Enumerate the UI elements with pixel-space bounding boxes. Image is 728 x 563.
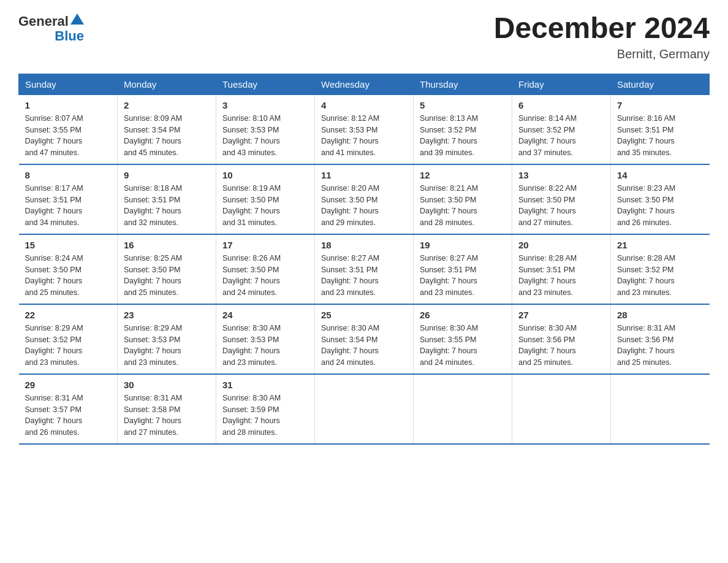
calendar-cell: 8 Sunrise: 8:17 AMSunset: 3:51 PMDayligh…	[19, 164, 118, 234]
day-number: 14	[617, 170, 703, 180]
svg-marker-0	[70, 13, 84, 25]
day-info: Sunrise: 8:28 AMSunset: 3:52 PMDaylight:…	[617, 253, 703, 299]
calendar-cell	[512, 374, 611, 444]
day-header-thursday: Thursday	[414, 74, 512, 94]
day-number: 3	[222, 100, 308, 110]
day-header-friday: Friday	[512, 74, 611, 94]
day-info: Sunrise: 8:24 AMSunset: 3:50 PMDaylight:…	[25, 253, 112, 299]
calendar-cell: 25 Sunrise: 8:30 AMSunset: 3:54 PMDaylig…	[315, 304, 414, 374]
day-number: 27	[518, 310, 604, 320]
calendar-cell: 16 Sunrise: 8:25 AMSunset: 3:50 PMDaylig…	[118, 234, 216, 304]
day-number: 9	[124, 170, 210, 180]
calendar-cell: 17 Sunrise: 8:26 AMSunset: 3:50 PMDaylig…	[216, 234, 315, 304]
day-info: Sunrise: 8:18 AMSunset: 3:51 PMDaylight:…	[124, 183, 210, 229]
day-number: 24	[222, 310, 308, 320]
day-number: 10	[222, 170, 308, 180]
calendar-cell: 30 Sunrise: 8:31 AMSunset: 3:58 PMDaylig…	[118, 374, 216, 444]
day-number: 12	[420, 170, 506, 180]
day-info: Sunrise: 8:13 AMSunset: 3:52 PMDaylight:…	[420, 113, 506, 159]
calendar-cell: 11 Sunrise: 8:20 AMSunset: 3:50 PMDaylig…	[315, 164, 414, 234]
calendar-cell	[315, 374, 414, 444]
day-number: 13	[518, 170, 604, 180]
calendar-cell: 15 Sunrise: 8:24 AMSunset: 3:50 PMDaylig…	[19, 234, 118, 304]
title-block: December 2024 Bernitt, Germany	[494, 12, 710, 61]
logo-general-text: General	[18, 13, 69, 29]
calendar-cell: 28 Sunrise: 8:31 AMSunset: 3:56 PMDaylig…	[611, 304, 710, 374]
day-info: Sunrise: 8:21 AMSunset: 3:50 PMDaylight:…	[420, 183, 506, 229]
calendar-cell: 2 Sunrise: 8:09 AMSunset: 3:54 PMDayligh…	[118, 94, 216, 164]
calendar-cell: 21 Sunrise: 8:28 AMSunset: 3:52 PMDaylig…	[611, 234, 710, 304]
calendar-week-row: 1 Sunrise: 8:07 AMSunset: 3:55 PMDayligh…	[19, 94, 710, 164]
calendar-header-row: SundayMondayTuesdayWednesdayThursdayFrid…	[19, 74, 710, 94]
calendar-cell: 23 Sunrise: 8:29 AMSunset: 3:53 PMDaylig…	[118, 304, 216, 374]
day-header-tuesday: Tuesday	[216, 74, 315, 94]
logo-icon: General Blue	[18, 12, 84, 44]
page-header: General Blue December 2024 Bernitt, Germ…	[18, 12, 710, 61]
calendar-cell: 1 Sunrise: 8:07 AMSunset: 3:55 PMDayligh…	[19, 94, 118, 164]
day-info: Sunrise: 8:29 AMSunset: 3:52 PMDaylight:…	[25, 323, 112, 369]
calendar-cell: 7 Sunrise: 8:16 AMSunset: 3:51 PMDayligh…	[611, 94, 710, 164]
day-number: 29	[25, 380, 112, 390]
day-header-sunday: Sunday	[19, 74, 118, 94]
calendar-week-row: 22 Sunrise: 8:29 AMSunset: 3:52 PMDaylig…	[19, 304, 710, 374]
calendar-cell: 5 Sunrise: 8:13 AMSunset: 3:52 PMDayligh…	[414, 94, 512, 164]
day-number: 19	[420, 240, 506, 250]
day-info: Sunrise: 8:30 AMSunset: 3:54 PMDaylight:…	[321, 323, 407, 369]
day-number: 18	[321, 240, 407, 250]
day-info: Sunrise: 8:23 AMSunset: 3:50 PMDaylight:…	[617, 183, 703, 229]
day-info: Sunrise: 8:10 AMSunset: 3:53 PMDaylight:…	[222, 113, 308, 159]
calendar-week-row: 15 Sunrise: 8:24 AMSunset: 3:50 PMDaylig…	[19, 234, 710, 304]
day-info: Sunrise: 8:30 AMSunset: 3:59 PMDaylight:…	[222, 393, 308, 439]
logo-triangle-icon	[70, 12, 84, 26]
calendar-cell	[611, 374, 710, 444]
calendar-cell: 3 Sunrise: 8:10 AMSunset: 3:53 PMDayligh…	[216, 94, 315, 164]
day-info: Sunrise: 8:30 AMSunset: 3:53 PMDaylight:…	[222, 323, 308, 369]
day-info: Sunrise: 8:26 AMSunset: 3:50 PMDaylight:…	[222, 253, 308, 299]
calendar-week-row: 8 Sunrise: 8:17 AMSunset: 3:51 PMDayligh…	[19, 164, 710, 234]
day-info: Sunrise: 8:29 AMSunset: 3:53 PMDaylight:…	[124, 323, 210, 369]
day-number: 6	[518, 100, 604, 110]
logo-blue-text: Blue	[55, 28, 84, 44]
day-info: Sunrise: 8:14 AMSunset: 3:52 PMDaylight:…	[518, 113, 604, 159]
day-header-monday: Monday	[118, 74, 216, 94]
calendar-table: SundayMondayTuesdayWednesdayThursdayFrid…	[18, 74, 710, 445]
day-info: Sunrise: 8:28 AMSunset: 3:51 PMDaylight:…	[518, 253, 604, 299]
calendar-cell: 26 Sunrise: 8:30 AMSunset: 3:55 PMDaylig…	[414, 304, 512, 374]
day-info: Sunrise: 8:30 AMSunset: 3:55 PMDaylight:…	[420, 323, 506, 369]
day-header-saturday: Saturday	[611, 74, 710, 94]
day-info: Sunrise: 8:12 AMSunset: 3:53 PMDaylight:…	[321, 113, 407, 159]
day-number: 15	[25, 240, 112, 250]
logo: General Blue	[18, 12, 84, 44]
day-info: Sunrise: 8:09 AMSunset: 3:54 PMDaylight:…	[124, 113, 210, 159]
calendar-cell: 29 Sunrise: 8:31 AMSunset: 3:57 PMDaylig…	[19, 374, 118, 444]
day-info: Sunrise: 8:16 AMSunset: 3:51 PMDaylight:…	[617, 113, 703, 159]
calendar-cell: 6 Sunrise: 8:14 AMSunset: 3:52 PMDayligh…	[512, 94, 611, 164]
day-number: 11	[321, 170, 407, 180]
calendar-cell: 22 Sunrise: 8:29 AMSunset: 3:52 PMDaylig…	[19, 304, 118, 374]
day-number: 2	[124, 100, 210, 110]
calendar-cell: 27 Sunrise: 8:30 AMSunset: 3:56 PMDaylig…	[512, 304, 611, 374]
day-info: Sunrise: 8:31 AMSunset: 3:58 PMDaylight:…	[124, 393, 210, 439]
day-info: Sunrise: 8:31 AMSunset: 3:57 PMDaylight:…	[25, 393, 112, 439]
day-info: Sunrise: 8:20 AMSunset: 3:50 PMDaylight:…	[321, 183, 407, 229]
day-info: Sunrise: 8:22 AMSunset: 3:50 PMDaylight:…	[518, 183, 604, 229]
day-number: 16	[124, 240, 210, 250]
day-number: 4	[321, 100, 407, 110]
calendar-cell: 18 Sunrise: 8:27 AMSunset: 3:51 PMDaylig…	[315, 234, 414, 304]
day-number: 17	[222, 240, 308, 250]
calendar-cell: 9 Sunrise: 8:18 AMSunset: 3:51 PMDayligh…	[118, 164, 216, 234]
day-number: 7	[617, 100, 703, 110]
day-number: 28	[617, 310, 703, 320]
calendar-cell: 19 Sunrise: 8:27 AMSunset: 3:51 PMDaylig…	[414, 234, 512, 304]
day-number: 23	[124, 310, 210, 320]
day-number: 1	[25, 100, 112, 110]
calendar-cell: 20 Sunrise: 8:28 AMSunset: 3:51 PMDaylig…	[512, 234, 611, 304]
day-number: 26	[420, 310, 506, 320]
month-title: December 2024	[494, 12, 710, 45]
day-info: Sunrise: 8:27 AMSunset: 3:51 PMDaylight:…	[420, 253, 506, 299]
day-number: 5	[420, 100, 506, 110]
day-info: Sunrise: 8:30 AMSunset: 3:56 PMDaylight:…	[518, 323, 604, 369]
day-number: 30	[124, 380, 210, 390]
day-number: 20	[518, 240, 604, 250]
location-text: Bernitt, Germany	[494, 47, 710, 61]
